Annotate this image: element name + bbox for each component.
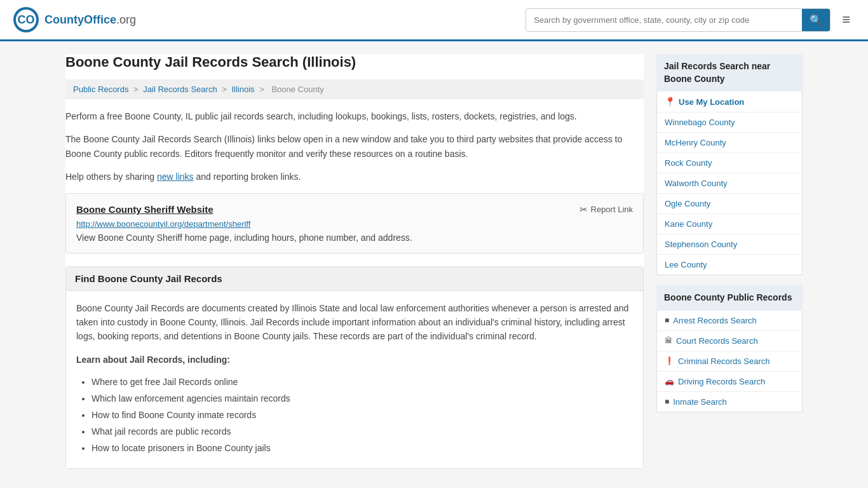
learn-item-2: Which law enforcement agencies maintain … bbox=[92, 392, 633, 405]
find-section-description: Boone County Jail Records are documents … bbox=[76, 301, 633, 344]
resource-link[interactable]: http://www.boonecountyil.org/department/… bbox=[76, 219, 250, 229]
sidebar-item-lee[interactable]: Lee County bbox=[657, 255, 802, 274]
public-records-header: Boone County Public Records bbox=[656, 285, 803, 311]
search-button[interactable]: 🔍 bbox=[802, 9, 830, 31]
breadcrumb-current: Boone County bbox=[271, 85, 323, 94]
sidebar-item-criminal-records[interactable]: ❗ Criminal Records Search bbox=[657, 351, 802, 372]
main-container: Boone County Jail Records Search (Illino… bbox=[53, 41, 815, 482]
stephenson-county-link[interactable]: Stephenson County bbox=[665, 240, 737, 249]
description-3-pre: Help others by sharing bbox=[65, 172, 157, 182]
lee-county-link[interactable]: Lee County bbox=[665, 260, 707, 269]
report-link-button[interactable]: ✂ Report Link bbox=[580, 204, 633, 215]
hamburger-menu-icon[interactable]: ≡ bbox=[837, 9, 855, 30]
ogle-county-link[interactable]: Ogle County bbox=[665, 199, 710, 208]
breadcrumb-illinois[interactable]: Illinois bbox=[231, 85, 254, 94]
new-links-link[interactable]: new links bbox=[157, 172, 194, 182]
public-records-list: ■ Arrest Records Search 🏛 Court Records … bbox=[656, 311, 803, 412]
driving-records-link[interactable]: Driving Records Search bbox=[678, 377, 765, 386]
breadcrumb-sep2: > bbox=[222, 85, 229, 94]
winnebago-county-link[interactable]: Winnebago County bbox=[665, 118, 735, 127]
learn-title: Learn about Jail Records, including: bbox=[76, 353, 633, 367]
learn-item-1: Where to get free Jail Records online bbox=[92, 376, 633, 389]
use-my-location-item[interactable]: 📍 Use My Location bbox=[657, 92, 802, 112]
sidebar-item-court-records[interactable]: 🏛 Court Records Search bbox=[657, 331, 802, 351]
svg-text:CO: CO bbox=[18, 13, 35, 26]
search-input[interactable] bbox=[526, 10, 802, 30]
resource-title[interactable]: Boone County Sheriff Website bbox=[76, 204, 214, 215]
breadcrumb: Public Records > Jail Records Search > I… bbox=[65, 79, 644, 99]
sidebar-item-arrest-records[interactable]: ■ Arrest Records Search bbox=[657, 311, 802, 331]
find-section-header: Find Boone County Jail Records bbox=[66, 267, 643, 291]
report-icon: ✂ bbox=[580, 204, 588, 215]
content-area: Boone County Jail Records Search (Illino… bbox=[65, 54, 644, 469]
walworth-county-link[interactable]: Walworth County bbox=[665, 179, 728, 188]
sidebar-item-driving-records[interactable]: 🚗 Driving Records Search bbox=[657, 372, 802, 392]
breadcrumb-sep3: > bbox=[259, 85, 266, 94]
sidebar-item-kane[interactable]: Kane County bbox=[657, 214, 802, 234]
sidebar-item-ogle[interactable]: Ogle County bbox=[657, 194, 802, 214]
arrest-records-icon: ■ bbox=[665, 316, 669, 325]
mchenry-county-link[interactable]: McHenry County bbox=[665, 138, 726, 147]
court-records-icon: 🏛 bbox=[665, 336, 672, 345]
sidebar-item-inmate-search[interactable]: ■ Inmate Search bbox=[657, 392, 802, 412]
find-section: Find Boone County Jail Records Boone Cou… bbox=[65, 266, 644, 470]
site-header: CO CountyOffice.org 🔍 ≡ bbox=[0, 0, 868, 41]
sidebar-item-rock[interactable]: Rock County bbox=[657, 153, 802, 173]
arrest-records-link[interactable]: Arrest Records Search bbox=[673, 316, 757, 325]
description-2: The Boone County Jail Records Search (Il… bbox=[65, 132, 644, 161]
logo-area[interactable]: CO CountyOffice.org bbox=[13, 6, 136, 33]
description-3-post: and reporting broken links. bbox=[194, 172, 301, 182]
inmate-search-icon: ■ bbox=[665, 397, 669, 406]
find-section-body: Boone County Jail Records are documents … bbox=[66, 291, 643, 469]
nearby-section-list: 📍 Use My Location Winnebago County McHen… bbox=[656, 92, 803, 275]
use-my-location-link[interactable]: Use My Location bbox=[679, 97, 744, 107]
breadcrumb-jail-records[interactable]: Jail Records Search bbox=[143, 85, 217, 94]
criminal-records-icon: ❗ bbox=[665, 356, 674, 365]
resource-card-header: Boone County Sheriff Website ✂ Report Li… bbox=[76, 204, 633, 215]
breadcrumb-sep1: > bbox=[133, 85, 140, 94]
public-records-section: Boone County Public Records ■ Arrest Rec… bbox=[656, 285, 803, 412]
breadcrumb-public-records[interactable]: Public Records bbox=[73, 85, 128, 94]
learn-item-5: How to locate prisoners in Boone County … bbox=[92, 442, 633, 455]
learn-list: Where to get free Jail Records online Wh… bbox=[76, 376, 633, 455]
resource-card: Boone County Sheriff Website ✂ Report Li… bbox=[65, 193, 644, 254]
search-bar[interactable]: 🔍 bbox=[526, 8, 831, 32]
resource-description: View Boone County Sheriff home page, inc… bbox=[76, 233, 633, 243]
learn-item-3: How to find Boone County inmate records bbox=[92, 409, 633, 422]
criminal-records-link[interactable]: Criminal Records Search bbox=[678, 356, 770, 366]
sidebar-item-mchenry[interactable]: McHenry County bbox=[657, 133, 802, 153]
description-1: Perform a free Boone County, IL public j… bbox=[65, 109, 644, 123]
logo-text: CountyOffice.org bbox=[44, 13, 136, 27]
header-right: 🔍 ≡ bbox=[526, 8, 855, 32]
court-records-link[interactable]: Court Records Search bbox=[676, 336, 758, 346]
nearby-section: Jail Records Search near Boone County 📍 … bbox=[656, 54, 803, 275]
sidebar-item-winnebago[interactable]: Winnebago County bbox=[657, 112, 802, 133]
inmate-search-link[interactable]: Inmate Search bbox=[673, 397, 727, 407]
sidebar: Jail Records Search near Boone County 📍 … bbox=[656, 54, 803, 469]
driving-records-icon: 🚗 bbox=[665, 377, 674, 386]
nearby-section-header: Jail Records Search near Boone County bbox=[656, 54, 803, 92]
learn-item-4: What jail records are public records bbox=[92, 425, 633, 438]
sidebar-item-walworth[interactable]: Walworth County bbox=[657, 173, 802, 194]
resource-url[interactable]: http://www.boonecountyil.org/department/… bbox=[76, 219, 633, 229]
logo-icon: CO bbox=[13, 6, 39, 33]
rock-county-link[interactable]: Rock County bbox=[665, 158, 712, 168]
location-icon: 📍 bbox=[665, 97, 675, 107]
report-link-label: Report Link bbox=[591, 205, 633, 214]
page-title: Boone County Jail Records Search (Illino… bbox=[65, 54, 644, 71]
sidebar-item-stephenson[interactable]: Stephenson County bbox=[657, 234, 802, 255]
description-3: Help others by sharing new links and rep… bbox=[65, 170, 644, 184]
kane-county-link[interactable]: Kane County bbox=[665, 219, 712, 229]
